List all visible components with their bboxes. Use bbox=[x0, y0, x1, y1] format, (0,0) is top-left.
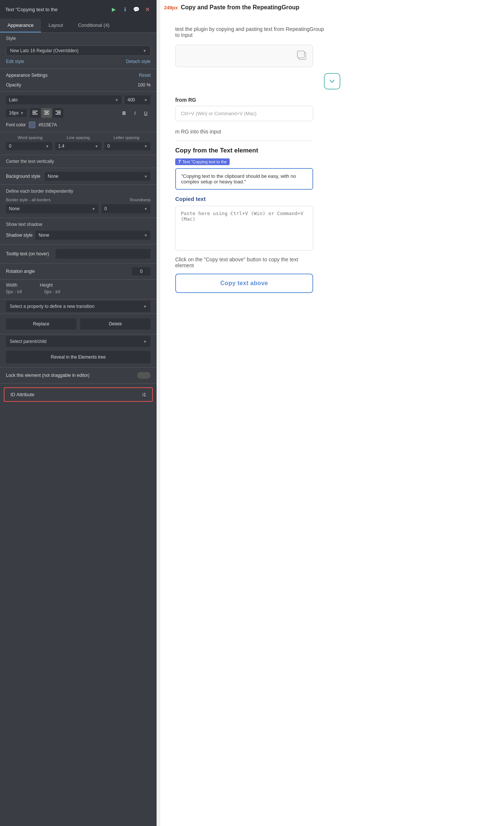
info-icon[interactable]: ℹ bbox=[121, 5, 129, 13]
bold-button[interactable]: B bbox=[119, 108, 129, 118]
font-color-label: Font color bbox=[6, 122, 26, 127]
font-color-swatch[interactable] bbox=[29, 122, 35, 128]
letter-spacing-input-group[interactable]: ▼ bbox=[104, 142, 151, 150]
align-right-button[interactable] bbox=[53, 108, 63, 118]
delete-button[interactable]: Delete bbox=[80, 318, 151, 330]
chevron-down-icon: ▼ bbox=[144, 98, 148, 102]
panel-body: Style New Lato 16 Regular (Overridden) ▼… bbox=[0, 33, 157, 402]
close-icon[interactable]: ✕ bbox=[143, 5, 151, 13]
reveal-in-elements-tree-button[interactable]: Reveal in the Elements tree bbox=[6, 351, 151, 363]
font-family-value: Lato bbox=[9, 97, 18, 103]
align-left-button[interactable] bbox=[30, 108, 40, 118]
opacity-row: Opacity % bbox=[0, 80, 157, 90]
rotation-input[interactable]: 0 bbox=[132, 267, 151, 275]
word-spacing-input[interactable] bbox=[9, 144, 45, 149]
shadow-style-select[interactable]: None ▼ bbox=[35, 231, 151, 240]
font-weight-row: Lato ▼ 400 ▼ bbox=[0, 93, 157, 107]
line-spacing-input-group[interactable]: ▼ bbox=[55, 142, 101, 150]
font-color-hex: #515E7A bbox=[38, 122, 57, 127]
divider bbox=[0, 313, 157, 314]
tab-layout[interactable]: Layout bbox=[41, 19, 70, 32]
play-icon[interactable]: ▶ bbox=[110, 5, 118, 13]
edit-style-link[interactable]: Edit style bbox=[6, 59, 24, 64]
tab-conditional[interactable]: Conditional (4) bbox=[70, 19, 117, 32]
roundness-input[interactable]: 0 ▼ bbox=[101, 204, 151, 213]
rotation-row: Rotation angle 0 bbox=[0, 265, 157, 278]
center-text-vertically-label: Center the text vertically bbox=[6, 159, 54, 164]
divider bbox=[0, 168, 157, 168]
input-hint-box: Ctrl+V (Win) or Command+V (Mac) bbox=[175, 106, 313, 121]
chat-icon[interactable]: 💬 bbox=[132, 5, 140, 13]
font-family-select[interactable]: Lato ▼ bbox=[6, 95, 122, 104]
action-buttons-row: Replace Delete bbox=[0, 315, 157, 332]
chevron-down-button[interactable] bbox=[324, 73, 340, 89]
italic-button[interactable]: I bbox=[130, 108, 140, 118]
underline-button[interactable]: U bbox=[141, 108, 151, 118]
panel-icon-group: ▶ ℹ 💬 ✕ bbox=[110, 5, 151, 13]
divider bbox=[0, 91, 157, 92]
id-attribute-value: i1 bbox=[142, 392, 146, 397]
replace-button[interactable]: Replace bbox=[6, 318, 76, 330]
tooltip-input[interactable] bbox=[56, 249, 151, 259]
border-independent-row[interactable]: Define each border independently bbox=[0, 186, 157, 196]
background-style-value: None bbox=[48, 174, 59, 179]
tooltip-row: Tooltip text (on hover) bbox=[0, 246, 157, 262]
tooltip-label: Tooltip text (on hover) bbox=[6, 251, 49, 256]
parent-child-label: Select parent/child bbox=[10, 339, 47, 344]
lock-toggle[interactable] bbox=[137, 372, 151, 379]
tab-appearance[interactable]: Appearance bbox=[0, 19, 41, 32]
center-text-vertically-row[interactable]: Center the text vertically bbox=[0, 157, 157, 166]
line-spacing-label: Line spacing bbox=[54, 135, 102, 140]
appearance-settings-label: Appearance Settings bbox=[6, 73, 47, 78]
style-dropdown[interactable]: New Lato 16 Regular (Overridden) ▼ bbox=[6, 45, 151, 56]
divider bbox=[0, 334, 157, 334]
word-spacing-input-group[interactable]: ▼ bbox=[6, 142, 52, 150]
svg-rect-2 bbox=[32, 114, 38, 114]
text-content: "Copying text to the clipboard should be… bbox=[181, 173, 296, 185]
divider bbox=[0, 185, 157, 185]
copy-from-text-section: Copy from the Text element T Text "Copyi… bbox=[175, 147, 489, 293]
properties-panel: Text "Copying text to the ▶ ℹ 💬 ✕ Appear… bbox=[0, 0, 157, 826]
panel-header: Text "Copying text to the ▶ ℹ 💬 ✕ bbox=[0, 0, 157, 19]
copy-icon bbox=[297, 51, 308, 61]
chevron-down-icon: ▼ bbox=[144, 174, 148, 179]
chevron-down-icon: ▼ bbox=[20, 111, 24, 115]
right-content-area: 249px Copy and Paste from the RepeatingG… bbox=[160, 15, 504, 826]
chevron-down-icon: ▼ bbox=[143, 305, 147, 309]
border-independent-label: Define each border independently bbox=[6, 189, 73, 194]
font-size-value: 16px bbox=[9, 110, 19, 116]
font-size-control[interactable]: 16px ▼ bbox=[6, 109, 27, 117]
shadow-style-value: None bbox=[38, 233, 49, 238]
font-weight-select[interactable]: 400 ▼ bbox=[125, 95, 151, 104]
align-center-button[interactable] bbox=[41, 108, 52, 118]
reset-button[interactable]: Reset bbox=[139, 73, 151, 78]
divider bbox=[0, 299, 157, 299]
parent-child-select[interactable]: Select parent/child ▼ bbox=[6, 336, 151, 347]
svg-rect-1 bbox=[32, 112, 36, 113]
shadow-style-label: Shadow style bbox=[6, 233, 32, 238]
detach-style-link[interactable]: Detach style bbox=[126, 59, 151, 64]
opacity-input[interactable] bbox=[132, 82, 145, 88]
letter-spacing-input[interactable] bbox=[107, 144, 144, 149]
transition-select[interactable]: Select a property to define a new transi… bbox=[6, 301, 151, 312]
copy-text-above-button[interactable]: Copy text above bbox=[175, 274, 313, 293]
chevron-down-icon: ▼ bbox=[144, 233, 148, 237]
border-style-value: None bbox=[9, 206, 20, 211]
id-attribute-label: ID Attribute bbox=[10, 392, 34, 397]
chevron-down-icon: ▼ bbox=[92, 207, 95, 211]
t-icon: T bbox=[178, 159, 181, 164]
border-values-row: None ▼ 0 ▼ bbox=[0, 204, 157, 216]
chevron-box bbox=[175, 73, 489, 89]
background-style-select[interactable]: None ▼ bbox=[45, 172, 151, 181]
paste-textarea[interactable] bbox=[175, 206, 313, 250]
background-style-row: Background style None ▼ bbox=[0, 170, 157, 183]
show-text-shadow-row[interactable]: Show text shadow bbox=[0, 220, 157, 229]
chevron-down-icon: ▼ bbox=[144, 207, 148, 211]
border-style-select[interactable]: None ▼ bbox=[6, 204, 98, 213]
shadow-style-row: Shadow style None ▼ bbox=[0, 229, 157, 243]
copy-icon-box bbox=[175, 45, 313, 67]
svg-rect-8 bbox=[56, 114, 61, 114]
font-size-align-row: 16px ▼ B I U bbox=[0, 107, 157, 119]
line-spacing-input[interactable] bbox=[58, 144, 95, 149]
edit-detach-row: Edit style Detach style bbox=[0, 57, 157, 67]
